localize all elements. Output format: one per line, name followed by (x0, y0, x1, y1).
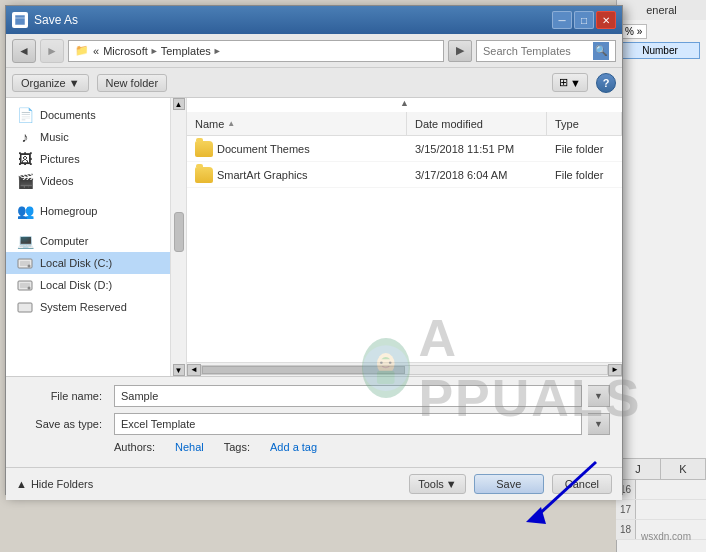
minimize-button[interactable]: ─ (552, 11, 572, 29)
sidebar-label-local-disk-d: Local Disk (D:) (40, 279, 112, 291)
path-part-microsoft: Microsoft (103, 45, 148, 57)
sidebar-label-computer: Computer (40, 235, 88, 247)
sidebar-label-system-reserved: System Reserved (40, 301, 127, 313)
horizontal-scrollbar[interactable]: ◄ ► (187, 362, 622, 376)
savetype-dropdown[interactable]: ▼ (588, 413, 610, 435)
scroll-thumb[interactable] (174, 212, 184, 252)
help-button[interactable]: ? (596, 73, 616, 93)
scroll-track[interactable] (173, 110, 185, 364)
file-name-smartart-graphics: SmartArt Graphics (191, 167, 411, 183)
sidebar-item-music[interactable]: ♪ Music (6, 126, 170, 148)
path-prefix: « (93, 45, 99, 57)
system-reserved-icon (16, 299, 34, 315)
maximize-button[interactable]: □ (574, 11, 594, 29)
svg-rect-8 (18, 303, 32, 312)
file-type-smartart-graphics: File folder (551, 169, 618, 181)
sidebar-item-homegroup[interactable]: 👥 Homegroup (6, 200, 170, 222)
excel-ribbon-general: eneral (617, 0, 706, 21)
col-header-name[interactable]: Name ▲ (187, 112, 407, 135)
svg-rect-0 (15, 15, 25, 25)
col-header-date[interactable]: Date modified (407, 112, 547, 135)
sidebar-section-homegroup: 👥 Homegroup (6, 200, 170, 222)
dialog-icon (12, 12, 28, 28)
filename-row: File name: ▼ (18, 385, 610, 407)
col-header-type[interactable]: Type (547, 112, 622, 135)
search-icon[interactable]: 🔍 (593, 42, 609, 60)
sidebar-section-computer: 💻 Computer Local Disk (C:) (6, 230, 170, 318)
scroll-left-button[interactable]: ◄ (187, 364, 201, 376)
sidebar-label-homegroup: Homegroup (40, 205, 97, 217)
pictures-icon: 🖼 (16, 151, 34, 167)
percent-button[interactable]: % » (620, 24, 647, 39)
search-box[interactable]: 🔍 (476, 40, 616, 62)
file-item-smartart-graphics[interactable]: SmartArt Graphics 3/17/2018 6:04 AM File… (187, 162, 622, 188)
file-item-document-themes[interactable]: Document Themes 3/15/2018 11:51 PM File … (187, 136, 622, 162)
path-part-templates: Templates (161, 45, 211, 57)
sidebar-label-videos: Videos (40, 175, 73, 187)
new-folder-button[interactable]: New folder (97, 74, 168, 92)
title-controls: ─ □ ✕ (552, 11, 616, 29)
filename-input[interactable] (114, 385, 582, 407)
tools-dropdown-icon: ▼ (446, 478, 457, 490)
savetype-row: Save as type: ▼ (18, 413, 610, 435)
savetype-input[interactable] (114, 413, 582, 435)
back-button[interactable]: ◄ (12, 39, 36, 63)
path-icon: 📁 (75, 44, 89, 57)
organize-dropdown-icon: ▼ (69, 77, 80, 89)
view-icon: ⊞ (559, 76, 568, 89)
sidebar-item-videos[interactable]: 🎬 Videos (6, 170, 170, 192)
author-value[interactable]: Nehal (175, 441, 204, 453)
sidebar-item-documents[interactable]: 📄 Documents (6, 104, 170, 126)
bottom-form: File name: ▼ Save as type: ▼ Authors: Ne… (6, 376, 622, 467)
scroll-right-button[interactable]: ► (608, 364, 622, 376)
number-format-box: Number (620, 42, 700, 59)
savetype-label: Save as type: (18, 418, 108, 430)
sidebar-label-pictures: Pictures (40, 153, 80, 165)
hide-folders-arrow-icon: ▲ (16, 478, 27, 490)
authors-label: Authors: (114, 441, 155, 453)
cancel-button[interactable]: Cancel (552, 474, 612, 494)
music-icon: ♪ (16, 129, 34, 145)
sidebar-label-local-disk-c: Local Disk (C:) (40, 257, 112, 269)
col-header-k: K (661, 459, 706, 479)
search-input[interactable] (483, 45, 593, 57)
sidebar-item-system-reserved[interactable]: System Reserved (6, 296, 170, 318)
view-button[interactable]: ⊞ ▼ (552, 73, 588, 92)
forward-button[interactable]: ► (40, 39, 64, 63)
title-bar: Save As ─ □ ✕ (6, 6, 622, 34)
svg-point-4 (28, 265, 31, 268)
address-path[interactable]: 📁 « Microsoft ► Templates ► (68, 40, 444, 62)
organize-button[interactable]: Organize ▼ (12, 74, 89, 92)
dialog-footer: ▲ Hide Folders Tools ▼ Save Cancel (6, 467, 622, 500)
hide-folders-label: Hide Folders (31, 478, 93, 490)
tags-value[interactable]: Add a tag (270, 441, 317, 453)
sidebar-scrollbar[interactable]: ▲ ▼ (171, 98, 187, 376)
file-date-smartart-graphics: 3/17/2018 6:04 AM (411, 169, 551, 181)
sidebar-item-local-disk-c[interactable]: Local Disk (C:) (6, 252, 170, 274)
file-list-header: Name ▲ Date modified Type (187, 112, 622, 136)
sidebar-item-local-disk-d[interactable]: Local Disk (D:) (6, 274, 170, 296)
dialog-title: Save As (34, 13, 78, 27)
documents-icon: 📄 (16, 107, 34, 123)
scroll-track-h[interactable] (201, 365, 608, 375)
filename-label: File name: (18, 390, 108, 402)
file-list-body: A PPUALS (187, 188, 622, 362)
refresh-button[interactable]: ▶ (448, 40, 472, 62)
site-watermark: wsxdn.com (641, 531, 691, 542)
sidebar-item-pictures[interactable]: 🖼 Pictures (6, 148, 170, 170)
save-button[interactable]: Save (474, 474, 544, 494)
address-bar: ◄ ► 📁 « Microsoft ► Templates ► ▶ 🔍 (6, 34, 622, 68)
organize-label: Organize (21, 77, 66, 89)
hide-folders-button[interactable]: ▲ Hide Folders (16, 478, 93, 490)
folder-icon-smartart-graphics (195, 167, 213, 183)
videos-icon: 🎬 (16, 173, 34, 189)
close-button[interactable]: ✕ (596, 11, 616, 29)
scroll-thumb-h[interactable] (202, 366, 405, 374)
sidebar: 📄 Documents ♪ Music 🖼 Pictures 🎬 Videos (6, 98, 171, 376)
tools-button[interactable]: Tools ▼ (409, 474, 466, 494)
excel-ribbon: eneral % » Number J K 16 17 18 (616, 0, 706, 552)
sidebar-item-computer[interactable]: 💻 Computer (6, 230, 170, 252)
filename-dropdown[interactable]: ▼ (588, 385, 610, 407)
folder-icon-document-themes (195, 141, 213, 157)
homegroup-icon: 👥 (16, 203, 34, 219)
